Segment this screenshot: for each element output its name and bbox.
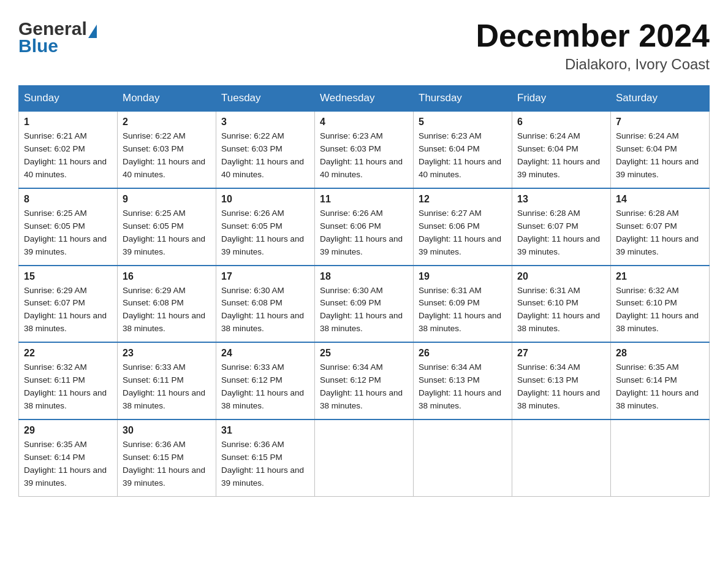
day-info: Sunrise: 6:23 AMSunset: 6:03 PMDaylight:… bbox=[320, 130, 408, 182]
calendar-cell: 29Sunrise: 6:35 AMSunset: 6:14 PMDayligh… bbox=[19, 419, 118, 496]
day-info: Sunrise: 6:25 AMSunset: 6:05 PMDaylight:… bbox=[24, 207, 112, 259]
day-info: Sunrise: 6:36 AMSunset: 6:15 PMDaylight:… bbox=[221, 439, 309, 490]
calendar-cell: 20Sunrise: 6:31 AMSunset: 6:10 PMDayligh… bbox=[512, 266, 611, 343]
day-number: 6 bbox=[517, 117, 605, 128]
day-info: Sunrise: 6:28 AMSunset: 6:07 PMDaylight:… bbox=[517, 207, 605, 259]
day-number: 22 bbox=[24, 348, 112, 359]
day-number: 11 bbox=[320, 194, 408, 205]
header-cell-thursday: Thursday bbox=[414, 86, 512, 112]
calendar-body: 1Sunrise: 6:21 AMSunset: 6:02 PMDaylight… bbox=[19, 111, 710, 496]
calendar-cell: 10Sunrise: 6:26 AMSunset: 6:05 PMDayligh… bbox=[216, 188, 315, 266]
day-number: 10 bbox=[221, 194, 309, 205]
calendar-cell: 1Sunrise: 6:21 AMSunset: 6:02 PMDaylight… bbox=[19, 111, 118, 188]
calendar-cell bbox=[512, 419, 611, 496]
day-number: 7 bbox=[616, 117, 704, 128]
calendar-week-4: 22Sunrise: 6:32 AMSunset: 6:11 PMDayligh… bbox=[19, 342, 710, 419]
month-title: December 2024 bbox=[476, 18, 710, 53]
logo: General Blue bbox=[18, 18, 97, 56]
day-info: Sunrise: 6:21 AMSunset: 6:02 PMDaylight:… bbox=[24, 130, 112, 182]
day-info: Sunrise: 6:22 AMSunset: 6:03 PMDaylight:… bbox=[221, 130, 309, 182]
calendar-week-2: 8Sunrise: 6:25 AMSunset: 6:05 PMDaylight… bbox=[19, 188, 710, 266]
day-info: Sunrise: 6:26 AMSunset: 6:06 PMDaylight:… bbox=[320, 207, 408, 259]
day-number: 21 bbox=[616, 271, 704, 282]
calendar-cell: 9Sunrise: 6:25 AMSunset: 6:05 PMDaylight… bbox=[118, 188, 216, 266]
day-number: 12 bbox=[419, 194, 507, 205]
day-number: 5 bbox=[419, 117, 507, 128]
day-info: Sunrise: 6:24 AMSunset: 6:04 PMDaylight:… bbox=[517, 130, 605, 182]
day-number: 27 bbox=[517, 348, 605, 359]
header-cell-friday: Friday bbox=[512, 86, 611, 112]
calendar-cell: 12Sunrise: 6:27 AMSunset: 6:06 PMDayligh… bbox=[414, 188, 512, 266]
day-number: 18 bbox=[320, 271, 408, 282]
header-cell-saturday: Saturday bbox=[611, 86, 710, 112]
day-info: Sunrise: 6:29 AMSunset: 6:08 PMDaylight:… bbox=[123, 285, 211, 336]
day-info: Sunrise: 6:27 AMSunset: 6:06 PMDaylight:… bbox=[419, 207, 507, 259]
calendar-cell: 25Sunrise: 6:34 AMSunset: 6:12 PMDayligh… bbox=[315, 342, 414, 419]
header-cell-tuesday: Tuesday bbox=[216, 86, 315, 112]
calendar-cell: 14Sunrise: 6:28 AMSunset: 6:07 PMDayligh… bbox=[611, 188, 710, 266]
day-number: 8 bbox=[24, 194, 112, 205]
calendar-cell: 13Sunrise: 6:28 AMSunset: 6:07 PMDayligh… bbox=[512, 188, 611, 266]
calendar-header: SundayMondayTuesdayWednesdayThursdayFrid… bbox=[19, 86, 710, 112]
day-info: Sunrise: 6:25 AMSunset: 6:05 PMDaylight:… bbox=[123, 207, 211, 259]
day-number: 3 bbox=[221, 117, 309, 128]
calendar-cell: 28Sunrise: 6:35 AMSunset: 6:14 PMDayligh… bbox=[611, 342, 710, 419]
calendar-cell: 24Sunrise: 6:33 AMSunset: 6:12 PMDayligh… bbox=[216, 342, 315, 419]
calendar-cell: 22Sunrise: 6:32 AMSunset: 6:11 PMDayligh… bbox=[19, 342, 118, 419]
day-info: Sunrise: 6:29 AMSunset: 6:07 PMDaylight:… bbox=[24, 285, 112, 336]
day-number: 16 bbox=[123, 271, 211, 282]
day-number: 25 bbox=[320, 348, 408, 359]
day-info: Sunrise: 6:35 AMSunset: 6:14 PMDaylight:… bbox=[24, 439, 112, 490]
day-number: 9 bbox=[123, 194, 211, 205]
page-header: General Blue December 2024 Dialakoro, Iv… bbox=[18, 18, 710, 73]
day-info: Sunrise: 6:22 AMSunset: 6:03 PMDaylight:… bbox=[123, 130, 211, 182]
day-info: Sunrise: 6:34 AMSunset: 6:13 PMDaylight:… bbox=[419, 361, 507, 413]
calendar-cell: 27Sunrise: 6:34 AMSunset: 6:13 PMDayligh… bbox=[512, 342, 611, 419]
day-number: 28 bbox=[616, 348, 704, 359]
header-cell-wednesday: Wednesday bbox=[315, 86, 414, 112]
day-info: Sunrise: 6:23 AMSunset: 6:04 PMDaylight:… bbox=[419, 130, 507, 182]
logo-blue-text: Blue bbox=[18, 36, 58, 56]
calendar-cell: 17Sunrise: 6:30 AMSunset: 6:08 PMDayligh… bbox=[216, 266, 315, 343]
day-info: Sunrise: 6:32 AMSunset: 6:11 PMDaylight:… bbox=[24, 361, 112, 413]
day-info: Sunrise: 6:33 AMSunset: 6:12 PMDaylight:… bbox=[221, 361, 309, 413]
day-number: 23 bbox=[123, 348, 211, 359]
day-number: 14 bbox=[616, 194, 704, 205]
location-title: Dialakoro, Ivory Coast bbox=[476, 56, 710, 73]
day-number: 4 bbox=[320, 117, 408, 128]
calendar-cell: 18Sunrise: 6:30 AMSunset: 6:09 PMDayligh… bbox=[315, 266, 414, 343]
day-number: 13 bbox=[517, 194, 605, 205]
day-info: Sunrise: 6:31 AMSunset: 6:09 PMDaylight:… bbox=[419, 285, 507, 336]
calendar-cell: 31Sunrise: 6:36 AMSunset: 6:15 PMDayligh… bbox=[216, 419, 315, 496]
calendar-cell: 30Sunrise: 6:36 AMSunset: 6:15 PMDayligh… bbox=[118, 419, 216, 496]
day-info: Sunrise: 6:26 AMSunset: 6:05 PMDaylight:… bbox=[221, 207, 309, 259]
header-row: SundayMondayTuesdayWednesdayThursdayFrid… bbox=[19, 86, 710, 112]
calendar-cell: 16Sunrise: 6:29 AMSunset: 6:08 PMDayligh… bbox=[118, 266, 216, 343]
day-info: Sunrise: 6:28 AMSunset: 6:07 PMDaylight:… bbox=[616, 207, 704, 259]
calendar-cell: 4Sunrise: 6:23 AMSunset: 6:03 PMDaylight… bbox=[315, 111, 414, 188]
calendar-cell: 21Sunrise: 6:32 AMSunset: 6:10 PMDayligh… bbox=[611, 266, 710, 343]
calendar-cell: 26Sunrise: 6:34 AMSunset: 6:13 PMDayligh… bbox=[414, 342, 512, 419]
day-info: Sunrise: 6:34 AMSunset: 6:13 PMDaylight:… bbox=[517, 361, 605, 413]
calendar-cell: 15Sunrise: 6:29 AMSunset: 6:07 PMDayligh… bbox=[19, 266, 118, 343]
day-info: Sunrise: 6:33 AMSunset: 6:11 PMDaylight:… bbox=[123, 361, 211, 413]
calendar-table: SundayMondayTuesdayWednesdayThursdayFrid… bbox=[18, 85, 710, 496]
calendar-cell: 23Sunrise: 6:33 AMSunset: 6:11 PMDayligh… bbox=[118, 342, 216, 419]
day-number: 17 bbox=[221, 271, 309, 282]
day-info: Sunrise: 6:36 AMSunset: 6:15 PMDaylight:… bbox=[123, 439, 211, 490]
day-number: 20 bbox=[517, 271, 605, 282]
day-number: 24 bbox=[221, 348, 309, 359]
day-number: 26 bbox=[419, 348, 507, 359]
calendar-cell: 5Sunrise: 6:23 AMSunset: 6:04 PMDaylight… bbox=[414, 111, 512, 188]
day-number: 19 bbox=[419, 271, 507, 282]
calendar-cell bbox=[315, 419, 414, 496]
day-number: 31 bbox=[221, 425, 309, 436]
calendar-cell: 7Sunrise: 6:24 AMSunset: 6:04 PMDaylight… bbox=[611, 111, 710, 188]
calendar-week-1: 1Sunrise: 6:21 AMSunset: 6:02 PMDaylight… bbox=[19, 111, 710, 188]
calendar-cell: 3Sunrise: 6:22 AMSunset: 6:03 PMDaylight… bbox=[216, 111, 315, 188]
day-number: 29 bbox=[24, 425, 112, 436]
day-info: Sunrise: 6:30 AMSunset: 6:08 PMDaylight:… bbox=[221, 285, 309, 336]
header-cell-monday: Monday bbox=[118, 86, 216, 112]
day-info: Sunrise: 6:31 AMSunset: 6:10 PMDaylight:… bbox=[517, 285, 605, 336]
calendar-cell: 19Sunrise: 6:31 AMSunset: 6:09 PMDayligh… bbox=[414, 266, 512, 343]
